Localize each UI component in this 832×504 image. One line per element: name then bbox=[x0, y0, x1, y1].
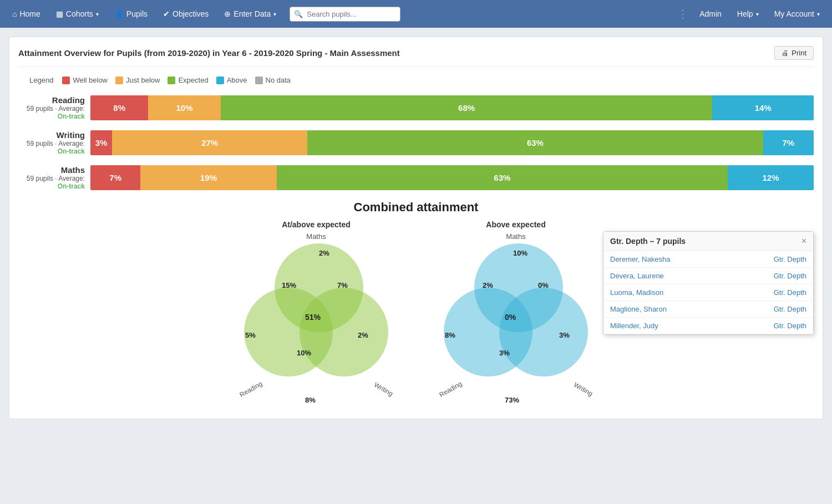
bar-segment-seg-blue[interactable]: 12% bbox=[728, 165, 814, 190]
popup-row[interactable]: Luoma, MadisonGtr. Depth bbox=[603, 284, 813, 301]
bar-segment-seg-red[interactable]: 7% bbox=[90, 165, 140, 190]
bar-segment-seg-blue[interactable]: 7% bbox=[763, 130, 814, 155]
on-track-label: On-track bbox=[58, 182, 85, 190]
bar-segment-seg-orange[interactable]: 19% bbox=[140, 165, 276, 190]
bar-subject: Reading bbox=[18, 95, 85, 105]
venn-above-writing-only: 3% bbox=[559, 331, 570, 339]
print-button[interactable]: 🖨 Print bbox=[774, 46, 814, 60]
legend-item-label: Well below bbox=[73, 76, 108, 84]
venn-at-above-writing-circle bbox=[300, 288, 388, 376]
popup-close-button[interactable]: × bbox=[801, 236, 806, 246]
bar-label-maths: Maths 59 pupils · Average: On-track bbox=[18, 165, 85, 190]
on-track-label: On-track bbox=[58, 113, 85, 120]
bar-segment-seg-green[interactable]: 63% bbox=[277, 165, 728, 190]
legend-item-label: Expected bbox=[178, 76, 208, 84]
admin-button[interactable]: Admin bbox=[693, 6, 728, 22]
legend-swatch bbox=[168, 77, 175, 84]
pupils-label: Pupils bbox=[126, 9, 148, 18]
venn-at-above-maths-label: Maths bbox=[306, 232, 326, 241]
card-title: Attainment Overview for Pupils (from 201… bbox=[18, 48, 400, 58]
bar-sub: 59 pupils · Average: On-track bbox=[18, 105, 85, 120]
popup-header: Gtr. Depth – 7 pupils × bbox=[603, 232, 813, 251]
cohorts-button[interactable]: ▦ Cohorts ▾ bbox=[49, 6, 105, 22]
card-header: Attainment Overview for Pupils (from 201… bbox=[18, 46, 814, 67]
popup-pupil-name: Devera, Laurene bbox=[610, 272, 664, 280]
help-caret: ▾ bbox=[756, 11, 759, 17]
venn-at-above-reading-axis: Reading bbox=[238, 380, 263, 399]
popup-row[interactable]: Devera, LaureneGtr. Depth bbox=[603, 268, 813, 284]
venn-above-diagram: Maths 10% 2% 0% 0% 8% 3% 3% bbox=[433, 232, 599, 410]
admin-label: Admin bbox=[699, 9, 722, 18]
venn-above-writing-axis: Writing bbox=[572, 381, 594, 398]
bar-subject: Writing bbox=[18, 130, 85, 140]
home-icon: ⌂ bbox=[12, 9, 17, 18]
objectives-icon: ✔ bbox=[163, 9, 170, 18]
venn-at-above-subtitle: At/above expected bbox=[282, 220, 351, 229]
popup-pupil-name: Millender, Judy bbox=[610, 322, 658, 330]
bar-segment-seg-orange[interactable]: 27% bbox=[112, 130, 307, 155]
legend-swatch bbox=[255, 77, 263, 84]
popup-pupil-name: Deremer, Nakesha bbox=[610, 255, 670, 263]
bar-segment-seg-blue[interactable]: 14% bbox=[712, 95, 814, 120]
print-icon: 🖨 bbox=[782, 49, 789, 57]
legend: Legend Well belowJust belowExpectedAbove… bbox=[18, 76, 814, 84]
popup-pupil-badge: Gtr. Depth bbox=[774, 255, 806, 263]
legend-item: No data bbox=[255, 76, 291, 84]
venn-at-above-diagram: Maths 2% 15% 7% 51% 5% 10% 2% bbox=[233, 232, 399, 410]
bar-sub: 59 pupils · Average: On-track bbox=[18, 140, 85, 155]
popup-pupil-name: Maglione, Sharon bbox=[610, 305, 667, 313]
pupils-button[interactable]: 👤 Pupils bbox=[108, 6, 154, 22]
venn-above-subtitle: Above expected bbox=[486, 220, 545, 229]
venn-at-above-reading-writing: 10% bbox=[297, 349, 311, 357]
venn-above-maths-label: Maths bbox=[506, 232, 525, 241]
venn-above-maths-only: 10% bbox=[513, 249, 527, 257]
popup-title: Gtr. Depth – 7 pupils bbox=[610, 237, 686, 246]
venn-at-above-maths-only: 2% bbox=[319, 249, 329, 257]
my-account-button[interactable]: My Account ▾ bbox=[768, 6, 826, 22]
venn-above-reading-only: 8% bbox=[445, 331, 455, 339]
bar-segment-seg-red[interactable]: 8% bbox=[90, 95, 148, 120]
venn-at-above-maths-writing: 7% bbox=[337, 281, 348, 289]
bar-row-reading: Reading 59 pupils · Average: On-track8%1… bbox=[18, 95, 814, 120]
bar-segment-seg-green[interactable]: 68% bbox=[221, 95, 713, 120]
home-label: Home bbox=[19, 9, 40, 18]
enter-data-button[interactable]: ⊕ Enter Data ▾ bbox=[217, 6, 283, 22]
combined-title: Combined attainment bbox=[354, 200, 479, 215]
venn-row: At/above expected Maths 2% 15% 7% 51% 5 bbox=[233, 220, 599, 410]
bar-segment-seg-green[interactable]: 63% bbox=[307, 130, 763, 155]
legend-item: Well below bbox=[62, 76, 108, 84]
on-track-label: On-track bbox=[58, 147, 85, 155]
home-button[interactable]: ⌂ Home bbox=[6, 6, 47, 22]
print-label: Print bbox=[792, 49, 806, 57]
my-account-caret: ▾ bbox=[817, 11, 820, 17]
search-container: 🔍 bbox=[290, 7, 400, 22]
legend-item: Above bbox=[216, 76, 247, 84]
bar-section-writing: Writing 59 pupils · Average: On-track3%2… bbox=[18, 130, 814, 155]
search-input[interactable] bbox=[290, 7, 400, 22]
popup-pupil-badge: Gtr. Depth bbox=[774, 272, 806, 280]
bar-container-writing[interactable]: 3%27%63%7% bbox=[90, 130, 814, 155]
legend-item-label: Above bbox=[227, 76, 247, 84]
legend-item: Just below bbox=[115, 76, 160, 84]
objectives-button[interactable]: ✔ Objectives bbox=[156, 6, 215, 22]
bar-container-maths[interactable]: 7%19%63%12% bbox=[90, 165, 814, 190]
legend-label: Legend bbox=[29, 76, 53, 84]
help-button[interactable]: Help ▾ bbox=[730, 6, 765, 22]
bar-segment-seg-red[interactable]: 3% bbox=[90, 130, 112, 155]
cohorts-icon: ▦ bbox=[56, 9, 63, 18]
venn-at-above-writing-axis: Writing bbox=[373, 381, 394, 398]
legend-item-label: No data bbox=[266, 76, 291, 84]
search-icon: 🔍 bbox=[294, 10, 303, 18]
venn-at-above-bottom-pct: 8% bbox=[305, 396, 316, 404]
popup-pupil-badge: Gtr. Depth bbox=[774, 322, 806, 330]
popup-row[interactable]: Maglione, SharonGtr. Depth bbox=[603, 301, 813, 318]
popup-row[interactable]: Deremer, NakeshaGtr. Depth bbox=[603, 251, 813, 268]
help-label: Help bbox=[737, 9, 753, 18]
venn-above-writing-circle bbox=[499, 288, 588, 376]
venn-at-above-reading-only: 5% bbox=[245, 331, 256, 339]
bar-row-maths: Maths 59 pupils · Average: On-track7%19%… bbox=[18, 165, 814, 190]
popup-row[interactable]: Millender, JudyGtr. Depth bbox=[603, 318, 813, 334]
bar-container-reading[interactable]: 8%10%68%14% bbox=[90, 95, 814, 120]
legend-items: Well belowJust belowExpectedAboveNo data bbox=[62, 76, 291, 84]
bar-segment-seg-orange[interactable]: 10% bbox=[148, 95, 220, 120]
